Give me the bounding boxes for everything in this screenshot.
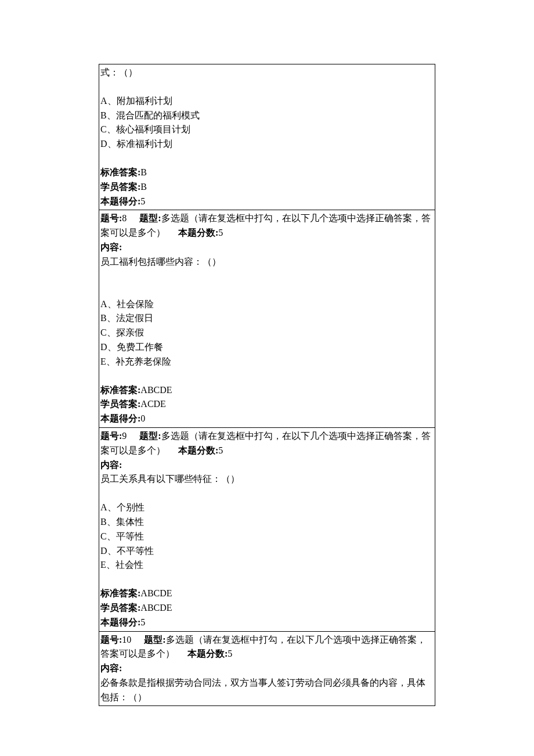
blank-line <box>100 269 432 283</box>
q9-option-a: A、个别性 <box>100 501 432 515</box>
blank-line <box>100 80 432 94</box>
question-8-cell: 题号:8题型:多选题（请在复选框中打勾，在以下几个选项中选择正确答案，答案可以是… <box>99 210 435 428</box>
question-no-label: 题号: <box>100 213 122 223</box>
q8-no: 8 <box>122 213 127 223</box>
content-label: 内容: <box>100 240 432 255</box>
q7-student-answer: B <box>140 182 147 192</box>
q7-correct-answer-row: 标准答案:B <box>100 165 432 180</box>
q9-option-b: B、集体性 <box>100 515 432 530</box>
q9-student-answer-row: 学员答案:ABCDE <box>100 601 432 615</box>
page: 式：（） A、附加福利计划 B、混合匹配的福利模式 C、核心福利项目计划 D、标… <box>0 0 534 756</box>
q8-earned-row: 本题得分:0 <box>100 412 432 426</box>
q9-option-e: E、社会性 <box>100 558 432 573</box>
q8-earned: 0 <box>140 413 145 423</box>
q7-student-answer-row: 学员答案:B <box>100 180 432 195</box>
q9-stem: 员工关系具有以下哪些特征：（） <box>100 472 432 487</box>
correct-answer-label: 标准答案: <box>100 167 140 177</box>
blank-line <box>100 152 432 165</box>
question-7-cell: 式：（） A、附加福利计划 B、混合匹配的福利模式 C、核心福利项目计划 D、标… <box>99 64 435 210</box>
correct-answer-label: 标准答案: <box>100 588 140 598</box>
q10-stem: 必备条款是指根据劳动合同法，双方当事人签订劳动合同必须具备的内容，具体包括：（） <box>100 676 432 705</box>
student-answer-label: 学员答案: <box>100 603 140 613</box>
earned-score-label: 本题得分: <box>100 196 140 206</box>
q9-correct-answer-row: 标准答案:ABCDE <box>100 586 432 601</box>
q9-student-answer: ABCDE <box>140 603 172 613</box>
q7-option-d: D、标准福利计划 <box>100 137 432 152</box>
blank-line <box>100 487 432 501</box>
student-answer-label: 学员答案: <box>100 399 140 409</box>
q8-option-a: A、社会保险 <box>100 297 432 312</box>
question-type-label: 题型: <box>144 635 165 645</box>
q7-stem-fragment: 式：（） <box>100 66 432 80</box>
question-score-label: 本题分数: <box>178 445 218 455</box>
earned-score-label: 本题得分: <box>100 617 140 627</box>
q8-option-c: C、探亲假 <box>100 326 432 340</box>
correct-answer-label: 标准答案: <box>100 385 140 395</box>
q8-option-b: B、法定假日 <box>100 311 432 326</box>
question-score-label: 本题分数: <box>187 649 228 658</box>
q7-option-a: A、附加福利计划 <box>100 94 432 109</box>
q7-option-c: C、核心福利项目计划 <box>100 123 432 137</box>
earned-score-label: 本题得分: <box>100 413 140 423</box>
question-no-label: 题号: <box>100 635 122 645</box>
q9-option-d: D、不平等性 <box>100 544 432 559</box>
q8-student-answer: ACDE <box>140 399 166 409</box>
student-answer-label: 学员答案: <box>100 182 140 192</box>
q8-option-d: D、免费工作餐 <box>100 340 432 355</box>
blank-line <box>100 283 432 297</box>
q9-earned: 5 <box>140 617 145 627</box>
blank-line <box>100 369 432 383</box>
question-type-label: 题型: <box>139 213 161 223</box>
table-outline: 式：（） A、附加福利计划 B、混合匹配的福利模式 C、核心福利项目计划 D、标… <box>99 64 435 706</box>
question-10-cell: 题号:10题型:多选题（请在复选框中打勾，在以下几个选项中选择正确答案，答案可以… <box>99 632 435 707</box>
q9-no: 9 <box>122 431 127 441</box>
content-label: 内容: <box>100 661 432 676</box>
q8-student-answer-row: 学员答案:ACDE <box>100 397 432 412</box>
q9-correct-answer: ABCDE <box>140 588 172 598</box>
q8-stem: 员工福利包括哪些内容：（） <box>100 255 432 269</box>
q7-option-b: B、混合匹配的福利模式 <box>100 109 432 123</box>
question-9-cell: 题号:9题型:多选题（请在复选框中打勾，在以下几个选项中选择正确答案，答案可以是… <box>99 428 435 632</box>
q7-correct-answer: B <box>140 167 147 177</box>
question-score-label: 本题分数: <box>178 228 218 237</box>
question-type-label: 题型: <box>139 431 161 441</box>
content-label: 内容: <box>100 458 432 473</box>
q9-option-c: C、平等性 <box>100 530 432 544</box>
q8-header-row: 题号:8题型:多选题（请在复选框中打勾，在以下几个选项中选择正确答案，答案可以是… <box>100 211 432 240</box>
q10-no: 10 <box>122 635 131 645</box>
q8-option-e: E、补充养老保险 <box>100 355 432 369</box>
blank-line <box>100 573 432 586</box>
q7-earned-row: 本题得分:5 <box>100 195 432 209</box>
q9-header-row: 题号:9题型:多选题（请在复选框中打勾，在以下几个选项中选择正确答案，答案可以是… <box>100 429 432 458</box>
q8-correct-answer: ABCDE <box>140 385 172 395</box>
q8-score: 5 <box>218 228 223 237</box>
q10-score: 5 <box>228 649 232 658</box>
q9-earned-row: 本题得分:5 <box>100 615 432 630</box>
q9-score: 5 <box>218 445 223 455</box>
question-no-label: 题号: <box>100 431 122 441</box>
q7-earned: 5 <box>140 196 145 206</box>
q8-correct-answer-row: 标准答案:ABCDE <box>100 383 432 398</box>
q10-header-row: 题号:10题型:多选题（请在复选框中打勾，在以下几个选项中选择正确答案，答案可以… <box>100 633 432 662</box>
